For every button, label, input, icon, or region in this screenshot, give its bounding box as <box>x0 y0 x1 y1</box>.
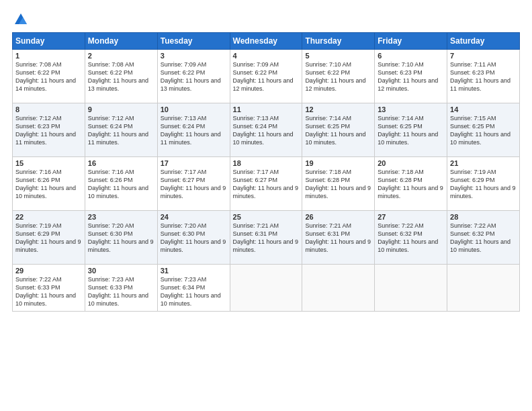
calendar-cell: 11Sunrise: 7:13 AM Sunset: 6:24 PM Dayli… <box>230 103 302 157</box>
calendar-cell: 6Sunrise: 7:10 AM Sunset: 6:23 PM Daylig… <box>375 50 447 103</box>
day-info: Sunrise: 7:18 AM Sunset: 6:28 PM Dayligh… <box>378 168 444 201</box>
calendar-cell: 27Sunrise: 7:22 AM Sunset: 6:32 PM Dayli… <box>375 211 447 265</box>
calendar-cell: 17Sunrise: 7:17 AM Sunset: 6:27 PM Dayli… <box>157 157 230 211</box>
calendar-cell: 30Sunrise: 7:23 AM Sunset: 6:33 PM Dayli… <box>85 265 157 312</box>
day-info: Sunrise: 7:15 AM Sunset: 6:25 PM Dayligh… <box>450 114 517 147</box>
day-info: Sunrise: 7:10 AM Sunset: 6:23 PM Dayligh… <box>378 60 444 93</box>
day-number: 19 <box>305 159 371 167</box>
day-info: Sunrise: 7:13 AM Sunset: 6:24 PM Dayligh… <box>161 114 227 147</box>
day-info: Sunrise: 7:19 AM Sunset: 6:29 PM Dayligh… <box>15 222 82 255</box>
day-number: 31 <box>161 267 227 275</box>
day-number: 7 <box>450 52 517 60</box>
page: SundayMondayTuesdayWednesdayThursdayFrid… <box>0 0 532 411</box>
calendar-day-header: Monday <box>85 33 157 50</box>
day-number: 13 <box>378 105 444 113</box>
day-number: 26 <box>305 213 371 221</box>
day-number: 23 <box>88 213 154 221</box>
day-number: 2 <box>88 52 154 60</box>
calendar-cell: 10Sunrise: 7:13 AM Sunset: 6:24 PM Dayli… <box>157 103 230 157</box>
calendar-cell <box>230 265 302 312</box>
day-info: Sunrise: 7:18 AM Sunset: 6:28 PM Dayligh… <box>305 168 371 201</box>
calendar-cell: 31Sunrise: 7:23 AM Sunset: 6:34 PM Dayli… <box>157 265 230 312</box>
header <box>12 12 520 27</box>
day-info: Sunrise: 7:16 AM Sunset: 6:26 PM Dayligh… <box>15 168 82 201</box>
day-info: Sunrise: 7:21 AM Sunset: 6:31 PM Dayligh… <box>233 222 300 255</box>
day-number: 20 <box>378 159 444 167</box>
logo <box>12 12 28 27</box>
day-number: 5 <box>305 52 371 60</box>
day-number: 28 <box>450 213 517 221</box>
calendar-header-row: SundayMondayTuesdayWednesdayThursdayFrid… <box>13 33 520 50</box>
calendar-cell: 22Sunrise: 7:19 AM Sunset: 6:29 PM Dayli… <box>13 211 85 265</box>
day-info: Sunrise: 7:08 AM Sunset: 6:22 PM Dayligh… <box>88 60 154 93</box>
day-info: Sunrise: 7:19 AM Sunset: 6:29 PM Dayligh… <box>450 168 517 201</box>
day-number: 11 <box>233 105 300 113</box>
day-info: Sunrise: 7:20 AM Sunset: 6:30 PM Dayligh… <box>88 222 154 255</box>
calendar-cell: 12Sunrise: 7:14 AM Sunset: 6:25 PM Dayli… <box>302 103 375 157</box>
calendar-cell: 19Sunrise: 7:18 AM Sunset: 6:28 PM Dayli… <box>302 157 375 211</box>
day-number: 8 <box>15 105 82 113</box>
calendar-day-header: Saturday <box>447 33 520 50</box>
calendar-cell: 28Sunrise: 7:22 AM Sunset: 6:32 PM Dayli… <box>447 211 520 265</box>
day-info: Sunrise: 7:23 AM Sunset: 6:33 PM Dayligh… <box>88 275 154 308</box>
calendar-cell <box>447 265 520 312</box>
day-info: Sunrise: 7:12 AM Sunset: 6:23 PM Dayligh… <box>15 114 82 147</box>
calendar-cell: 20Sunrise: 7:18 AM Sunset: 6:28 PM Dayli… <box>375 157 447 211</box>
day-number: 22 <box>15 213 82 221</box>
calendar-cell: 2Sunrise: 7:08 AM Sunset: 6:22 PM Daylig… <box>85 50 157 103</box>
day-number: 29 <box>15 267 82 275</box>
day-number: 3 <box>161 52 227 60</box>
day-number: 14 <box>450 105 517 113</box>
calendar-cell: 7Sunrise: 7:11 AM Sunset: 6:23 PM Daylig… <box>447 50 520 103</box>
day-number: 1 <box>15 52 82 60</box>
calendar-day-header: Sunday <box>13 33 85 50</box>
day-number: 10 <box>161 105 227 113</box>
calendar-cell: 13Sunrise: 7:14 AM Sunset: 6:25 PM Dayli… <box>375 103 447 157</box>
day-info: Sunrise: 7:20 AM Sunset: 6:30 PM Dayligh… <box>161 222 227 255</box>
calendar-cell: 3Sunrise: 7:09 AM Sunset: 6:22 PM Daylig… <box>157 50 230 103</box>
day-number: 6 <box>378 52 444 60</box>
calendar-cell <box>375 265 447 312</box>
calendar-cell: 5Sunrise: 7:10 AM Sunset: 6:22 PM Daylig… <box>302 50 375 103</box>
day-info: Sunrise: 7:17 AM Sunset: 6:27 PM Dayligh… <box>161 168 227 201</box>
day-number: 18 <box>233 159 300 167</box>
day-info: Sunrise: 7:21 AM Sunset: 6:31 PM Dayligh… <box>305 222 371 255</box>
logo-icon <box>13 12 28 27</box>
day-number: 15 <box>15 159 82 167</box>
calendar-cell: 16Sunrise: 7:16 AM Sunset: 6:26 PM Dayli… <box>85 157 157 211</box>
day-info: Sunrise: 7:13 AM Sunset: 6:24 PM Dayligh… <box>233 114 300 147</box>
day-info: Sunrise: 7:11 AM Sunset: 6:23 PM Dayligh… <box>450 60 517 93</box>
calendar-day-header: Wednesday <box>230 33 302 50</box>
day-info: Sunrise: 7:10 AM Sunset: 6:22 PM Dayligh… <box>305 60 371 93</box>
day-number: 16 <box>88 159 154 167</box>
calendar-cell: 4Sunrise: 7:09 AM Sunset: 6:22 PM Daylig… <box>230 50 302 103</box>
day-number: 25 <box>233 213 300 221</box>
day-number: 30 <box>88 267 154 275</box>
day-info: Sunrise: 7:09 AM Sunset: 6:22 PM Dayligh… <box>161 60 227 93</box>
calendar-cell: 26Sunrise: 7:21 AM Sunset: 6:31 PM Dayli… <box>302 211 375 265</box>
calendar-day-header: Tuesday <box>157 33 230 50</box>
day-info: Sunrise: 7:14 AM Sunset: 6:25 PM Dayligh… <box>378 114 444 147</box>
calendar-cell: 1Sunrise: 7:08 AM Sunset: 6:22 PM Daylig… <box>13 50 85 103</box>
calendar-cell: 21Sunrise: 7:19 AM Sunset: 6:29 PM Dayli… <box>447 157 520 211</box>
day-info: Sunrise: 7:14 AM Sunset: 6:25 PM Dayligh… <box>305 114 371 147</box>
calendar-cell: 14Sunrise: 7:15 AM Sunset: 6:25 PM Dayli… <box>447 103 520 157</box>
calendar-cell: 29Sunrise: 7:22 AM Sunset: 6:33 PM Dayli… <box>13 265 85 312</box>
day-number: 12 <box>305 105 371 113</box>
day-number: 27 <box>378 213 444 221</box>
calendar-cell: 24Sunrise: 7:20 AM Sunset: 6:30 PM Dayli… <box>157 211 230 265</box>
calendar-cell: 23Sunrise: 7:20 AM Sunset: 6:30 PM Dayli… <box>85 211 157 265</box>
calendar-cell <box>302 265 375 312</box>
day-number: 4 <box>233 52 300 60</box>
calendar-cell: 18Sunrise: 7:17 AM Sunset: 6:27 PM Dayli… <box>230 157 302 211</box>
calendar-cell: 15Sunrise: 7:16 AM Sunset: 6:26 PM Dayli… <box>13 157 85 211</box>
day-number: 24 <box>161 213 227 221</box>
day-info: Sunrise: 7:22 AM Sunset: 6:32 PM Dayligh… <box>450 222 517 255</box>
day-info: Sunrise: 7:08 AM Sunset: 6:22 PM Dayligh… <box>15 60 82 93</box>
day-number: 9 <box>88 105 154 113</box>
day-number: 21 <box>450 159 517 167</box>
day-info: Sunrise: 7:17 AM Sunset: 6:27 PM Dayligh… <box>233 168 300 201</box>
day-info: Sunrise: 7:22 AM Sunset: 6:32 PM Dayligh… <box>378 222 444 255</box>
calendar-cell: 25Sunrise: 7:21 AM Sunset: 6:31 PM Dayli… <box>230 211 302 265</box>
calendar-cell: 9Sunrise: 7:12 AM Sunset: 6:24 PM Daylig… <box>85 103 157 157</box>
